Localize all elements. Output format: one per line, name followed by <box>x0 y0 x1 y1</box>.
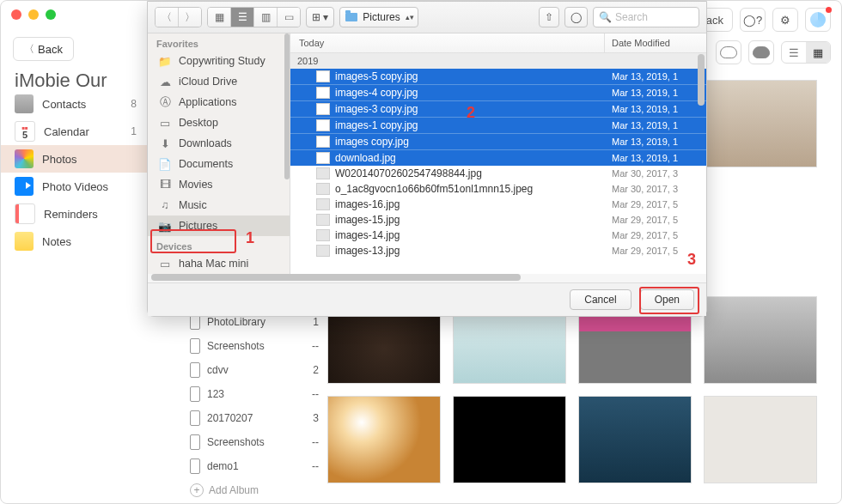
photo-thumbnail[interactable] <box>327 396 441 483</box>
chevron-left-icon: 〈 <box>24 42 34 57</box>
nav-back-button[interactable]: 〈 <box>156 8 178 27</box>
sidebar-calendar[interactable]: ■■5Calendar1 <box>1 118 147 145</box>
help-button[interactable]: ◯? <box>740 8 766 32</box>
notes-icon <box>15 232 34 251</box>
column-headers: Today Date Modified <box>290 33 706 53</box>
search-icon: 🔍 <box>599 11 612 23</box>
sidebar-photos[interactable]: Photos <box>1 145 147 173</box>
album-list: PhotoLibrary1Screenshots--cdvv2123--2017… <box>190 310 319 497</box>
phone-icon <box>190 386 200 402</box>
file-icon <box>316 229 330 241</box>
cancel-button[interactable]: Cancel <box>570 289 631 310</box>
file-row[interactable]: images-1 copy.jpgMar 13, 2019, 1 <box>290 117 706 133</box>
album-row[interactable]: demo1-- <box>190 454 319 478</box>
file-row[interactable]: images-16.jpgMar 29, 2017, 5 <box>290 197 706 212</box>
folder-icon: 📁 <box>158 55 172 67</box>
album-row[interactable]: Screenshots-- <box>190 334 319 358</box>
photo-thumbnail[interactable] <box>704 396 817 483</box>
fullscreen-window-icon[interactable] <box>46 9 56 20</box>
sidebar-category: Favorites <box>148 33 290 51</box>
file-icon <box>316 136 330 148</box>
icon-view-button[interactable]: ▦ <box>208 8 230 27</box>
sidebar-item-desktop[interactable]: ▭Desktop <box>148 112 290 133</box>
photo videos-icon <box>15 177 34 196</box>
photo-thumbnail[interactable] <box>578 396 692 483</box>
open-button[interactable]: Open <box>640 289 694 310</box>
sidebar-item-movies[interactable]: 🎞Movies <box>148 174 290 195</box>
file-row[interactable]: images-14.jpgMar 29, 2017, 5 <box>290 228 706 243</box>
sidebar-reminders[interactable]: Reminders <box>1 200 147 228</box>
sidebar-item-pictures[interactable]: 📷Pictures <box>148 216 290 236</box>
sidebar-item-applications[interactable]: ⒶApplications <box>148 92 290 112</box>
cloud-icon: ☁ <box>158 76 172 88</box>
column-view-button[interactable]: ▥ <box>253 8 277 27</box>
dialog-sidebar: Favorites 📁Copywriting Study☁iCloud Driv… <box>148 33 290 274</box>
file-row[interactable]: download.jpgMar 13, 2019, 1 <box>290 149 706 166</box>
file-icon <box>316 245 330 257</box>
plus-icon: + <box>190 483 204 497</box>
settings-button[interactable]: ⚙ <box>772 8 798 32</box>
open-file-dialog: 〈 〉 ▦ ☰ ▥ ▭ ⊞ ▾ Pictures ▴▾ ⇧ ◯ 🔍 Search <box>147 1 707 317</box>
sidebar-item-copywriting-study[interactable]: 📁Copywriting Study <box>148 51 290 71</box>
album-row[interactable]: 201702073 <box>190 406 319 430</box>
sidebar-scrollbar[interactable] <box>284 33 290 179</box>
left-sidebar: Contacts8■■5Calendar1PhotosPhoto VideosR… <box>1 90 147 255</box>
sidebar-item-music[interactable]: ♫Music <box>148 195 290 216</box>
nav-forward-button[interactable]: 〉 <box>178 8 201 27</box>
cloud-download-button[interactable] <box>716 40 741 64</box>
album-row[interactable]: Screenshots-- <box>190 430 319 454</box>
file-icon <box>316 152 330 164</box>
chevron-up-down-icon: ▴▾ <box>406 13 414 21</box>
photo-thumbnail[interactable] <box>704 296 817 384</box>
album-row[interactable]: 123-- <box>190 382 319 406</box>
list-view-button[interactable]: ☰ <box>230 8 253 27</box>
file-row[interactable]: W020140702602547498844.jpgMar 30, 2017, … <box>290 166 706 181</box>
file-row[interactable]: images-3 copy.jpgMar 13, 2019, 1 <box>290 100 706 117</box>
file-row[interactable]: images-15.jpgMar 29, 2017, 5 <box>290 212 706 228</box>
gallery-view-button[interactable]: ▭ <box>277 8 300 27</box>
sidebar-device-row[interactable]: ▭ haha Mac mini <box>148 253 290 274</box>
cloud-upload-button[interactable] <box>748 40 774 64</box>
account-button[interactable] <box>805 8 831 32</box>
minimize-window-icon[interactable] <box>28 9 39 20</box>
file-icon <box>316 87 330 99</box>
share-button[interactable]: ⇧ <box>539 7 559 27</box>
file-row[interactable]: images copy.jpgMar 13, 2019, 1 <box>290 133 706 149</box>
file-icon <box>316 214 330 226</box>
file-row[interactable]: images-13.jpgMar 29, 2017, 5 <box>290 243 706 258</box>
sidebar-item-documents[interactable]: 📄Documents <box>148 154 290 174</box>
horizontal-scrollbar[interactable] <box>148 274 706 282</box>
page-title: iMobie Our <box>15 70 107 92</box>
search-input[interactable]: 🔍 Search <box>593 7 699 27</box>
vertical-scrollbar[interactable] <box>698 54 705 269</box>
grid-view-button[interactable]: ▦ <box>806 42 830 63</box>
folder-selector[interactable]: Pictures ▴▾ <box>339 7 418 27</box>
file-row[interactable]: o_1ac8gvocn1o66b60fm51onl1mnn15.jpegMar … <box>290 181 706 197</box>
album-row[interactable]: cdvv2 <box>190 358 319 382</box>
photo-thumbnail[interactable] <box>704 80 817 167</box>
file-row[interactable]: images-5 copy.jpgMar 13, 2019, 1 <box>290 69 706 84</box>
sidebar-contacts[interactable]: Contacts8 <box>1 90 147 118</box>
sidebar-photo-videos[interactable]: Photo Videos <box>1 173 147 200</box>
sidebar-item-downloads[interactable]: ⬇Downloads <box>148 133 290 154</box>
file-icon <box>316 119 330 131</box>
file-group-header: 2019 <box>290 53 706 69</box>
file-icon <box>316 198 330 210</box>
add-album-button[interactable]: +Add Album <box>190 483 319 497</box>
photo-thumbnail[interactable] <box>453 396 566 483</box>
column-date[interactable]: Date Modified <box>604 33 706 52</box>
file-row[interactable]: images-4 copy.jpgMar 13, 2019, 1 <box>290 84 706 100</box>
tags-button[interactable]: ◯ <box>564 7 588 27</box>
pictures-icon: 📷 <box>158 220 172 232</box>
phone-icon <box>190 410 200 426</box>
photos-icon <box>15 149 34 168</box>
list-view-button[interactable]: ☰ <box>782 42 806 63</box>
back-button[interactable]: 〈 Back <box>13 37 74 61</box>
close-window-icon[interactable] <box>11 9 21 20</box>
sidebar-notes[interactable]: Notes <box>1 228 147 255</box>
group-by-button[interactable]: ⊞ ▾ <box>306 7 334 27</box>
file-icon <box>316 103 330 115</box>
sidebar-item-icloud-drive[interactable]: ☁iCloud Drive <box>148 71 290 92</box>
view-mode-segmented: ☰ ▦ <box>781 41 831 64</box>
column-name[interactable]: Today <box>290 33 604 52</box>
